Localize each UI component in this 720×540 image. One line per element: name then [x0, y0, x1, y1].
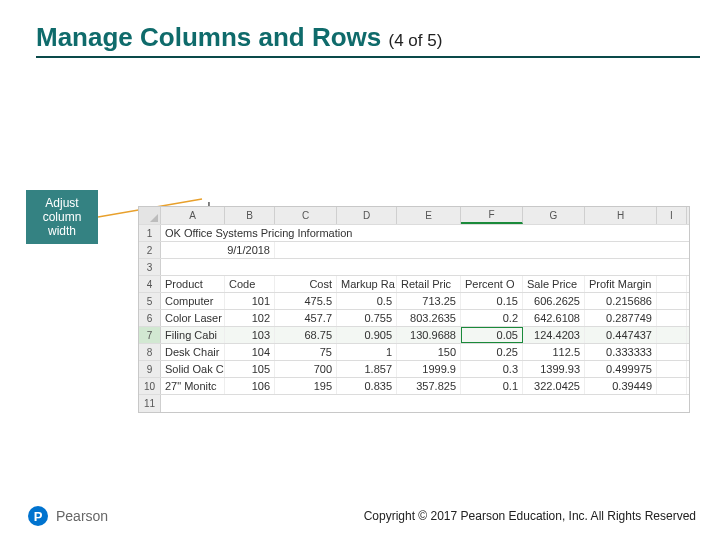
row-header[interactable]: 7	[139, 327, 161, 343]
cell-product[interactable]: Solid Oak C	[161, 361, 225, 377]
cell-product[interactable]: Filing Cabi	[161, 327, 225, 343]
cell-blank[interactable]	[161, 395, 689, 412]
cell-margin[interactable]: 0.447437	[585, 327, 657, 343]
cell-retail[interactable]: 150	[397, 344, 461, 360]
cell-sale[interactable]: 322.0425	[523, 378, 585, 394]
col-header-F[interactable]: F	[461, 207, 523, 224]
cell-text: 150	[438, 346, 456, 358]
cell-blank[interactable]	[657, 378, 687, 394]
col-header-A[interactable]: A	[161, 207, 225, 224]
col-header-B[interactable]: B	[225, 207, 275, 224]
cell-percentoff[interactable]: 0.25	[461, 344, 523, 360]
cell-margin[interactable]: 0.499975	[585, 361, 657, 377]
col-header-H[interactable]: H	[585, 207, 657, 224]
row-header[interactable]: 6	[139, 310, 161, 326]
cell-text: 1999.9	[422, 363, 456, 375]
cell-cost[interactable]: 195	[275, 378, 337, 394]
cell-header-percentoff[interactable]: Percent O	[461, 276, 523, 292]
cell-header-code[interactable]: Code	[225, 276, 275, 292]
cell-A2-date[interactable]: 9/1/2018	[161, 242, 275, 258]
cell-blank[interactable]	[657, 310, 687, 326]
cell-percentoff[interactable]: 0.2	[461, 310, 523, 326]
col-header-E[interactable]: E	[397, 207, 461, 224]
cell-sale[interactable]: 606.2625	[523, 293, 585, 309]
cell-margin[interactable]: 0.333333	[585, 344, 657, 360]
cell-text: 1.857	[364, 363, 392, 375]
cell-sale[interactable]: 1399.93	[523, 361, 585, 377]
cell-margin[interactable]: 0.287749	[585, 310, 657, 326]
cell-cost[interactable]: 475.5	[275, 293, 337, 309]
cell-product[interactable]: 27" Monitc	[161, 378, 225, 394]
cell-percentoff[interactable]: 0.1	[461, 378, 523, 394]
cell-markup[interactable]: 0.835	[337, 378, 397, 394]
cell-header-product[interactable]: Product	[161, 276, 225, 292]
select-all-corner[interactable]	[139, 207, 161, 224]
cell-sale[interactable]: 124.4203	[523, 327, 585, 343]
cell-text: 0.215686	[606, 295, 652, 307]
col-header-C[interactable]: C	[275, 207, 337, 224]
cell-margin[interactable]: 0.215686	[585, 293, 657, 309]
row-header-2[interactable]: 2	[139, 242, 161, 258]
cell-header-retail[interactable]: Retail Pric	[397, 276, 461, 292]
cell-A1-title[interactable]: OK Office Systems Pricing Information	[161, 225, 689, 241]
cell-cost[interactable]: 457.7	[275, 310, 337, 326]
cell-product[interactable]: Computer	[161, 293, 225, 309]
cell-percentoff-selected[interactable]: 0.05	[461, 327, 523, 343]
cell-blank[interactable]	[657, 344, 687, 360]
cell-margin[interactable]: 0.39449	[585, 378, 657, 394]
cell-retail[interactable]: 130.9688	[397, 327, 461, 343]
cell-blank[interactable]	[161, 259, 689, 275]
row-header[interactable]: 9	[139, 361, 161, 377]
cell-header-cost[interactable]: Cost	[275, 276, 337, 292]
cell-cost[interactable]: 75	[275, 344, 337, 360]
cell-retail[interactable]: 803.2635	[397, 310, 461, 326]
cell-retail[interactable]: 1999.9	[397, 361, 461, 377]
row-header[interactable]: 10	[139, 378, 161, 394]
cell-product[interactable]: Desk Chair	[161, 344, 225, 360]
select-all-triangle-icon	[150, 214, 158, 222]
cell-retail[interactable]: 357.825	[397, 378, 461, 394]
cell-code[interactable]: 101	[225, 293, 275, 309]
cell-blank[interactable]	[657, 361, 687, 377]
cell-text: 0.447437	[606, 329, 652, 341]
cell-text: Profit Margin	[589, 278, 651, 290]
table-row: 2 9/1/2018	[139, 242, 689, 259]
cell-sale[interactable]: 642.6108	[523, 310, 585, 326]
cell-markup[interactable]: 1.857	[337, 361, 397, 377]
cell-blank[interactable]	[657, 276, 687, 292]
cell-percentoff[interactable]: 0.3	[461, 361, 523, 377]
cell-markup[interactable]: 0.755	[337, 310, 397, 326]
cell-markup[interactable]: 0.905	[337, 327, 397, 343]
cell-sale[interactable]: 112.5	[523, 344, 585, 360]
col-header-G[interactable]: G	[523, 207, 585, 224]
cell-percentoff[interactable]: 0.15	[461, 293, 523, 309]
cell-product[interactable]: Color Laser	[161, 310, 225, 326]
cell-code[interactable]: 102	[225, 310, 275, 326]
row-header[interactable]: 8	[139, 344, 161, 360]
cell-text: 0.15	[497, 295, 518, 307]
cell-text: Product	[165, 278, 203, 290]
row-header-4[interactable]: 4	[139, 276, 161, 292]
col-header-D[interactable]: D	[337, 207, 397, 224]
cell-header-markup[interactable]: Markup Ra	[337, 276, 397, 292]
cell-blank[interactable]	[657, 293, 687, 309]
cell-markup[interactable]: 1	[337, 344, 397, 360]
cell-code[interactable]: 104	[225, 344, 275, 360]
row-header-11[interactable]: 11	[139, 395, 161, 412]
cell-code[interactable]: 105	[225, 361, 275, 377]
row-header-3[interactable]: 3	[139, 259, 161, 275]
cell-markup[interactable]: 0.5	[337, 293, 397, 309]
cell-code[interactable]: 106	[225, 378, 275, 394]
row-header-1[interactable]: 1	[139, 225, 161, 241]
col-header-I[interactable]: I	[657, 207, 687, 224]
cell-retail[interactable]: 713.25	[397, 293, 461, 309]
cell-cost[interactable]: 68.75	[275, 327, 337, 343]
cell-header-margin[interactable]: Profit Margin	[585, 276, 657, 292]
cell-code[interactable]: 103	[225, 327, 275, 343]
cell-blank[interactable]	[657, 327, 687, 343]
row-header[interactable]: 5	[139, 293, 161, 309]
rownum: 10	[144, 381, 155, 392]
cell-cost[interactable]: 700	[275, 361, 337, 377]
cell-blank[interactable]	[275, 242, 689, 258]
cell-header-sale[interactable]: Sale Price	[523, 276, 585, 292]
